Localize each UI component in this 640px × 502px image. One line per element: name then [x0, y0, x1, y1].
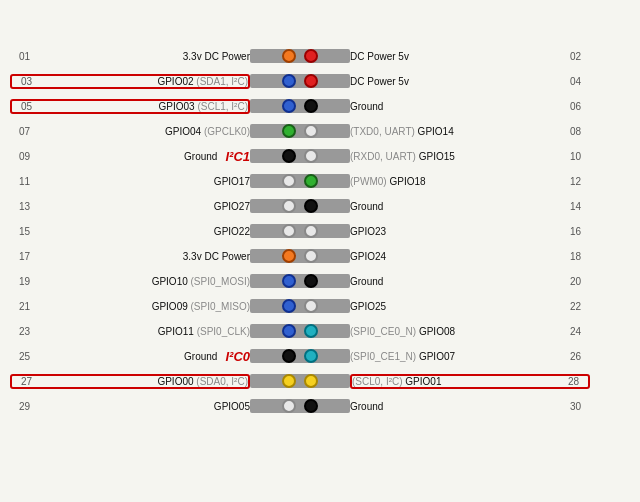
- right-pin-name: (SCL0, I²C) GPIO01: [352, 376, 564, 387]
- left-pin-name: GPIO09 (SPI0_MISO): [34, 301, 250, 312]
- i2c1-annotation: I²C1: [225, 149, 250, 164]
- left-pin-number: 03: [12, 76, 32, 87]
- left-pin-dot: [282, 399, 296, 413]
- right-pin-dot: [304, 49, 318, 63]
- right-pin-side: Ground14: [350, 201, 590, 212]
- pin-row: 15GPIO22GPIO2316: [10, 219, 630, 243]
- left-pin-name: GPIO27: [34, 201, 250, 212]
- pin-row: 23GPIO11 (SPI0_CLK)(SPI0_CE0_N) GPIO0824: [10, 319, 630, 343]
- right-pin-name: GPIO25: [350, 301, 566, 312]
- right-pin-name: (SPI0_CE1_N) GPIO07: [350, 351, 566, 362]
- connector-pair: [250, 49, 350, 63]
- right-pin-name: (PWM0) GPIO18: [350, 176, 566, 187]
- connector-pair: [250, 349, 350, 363]
- right-pin-number: 04: [570, 76, 590, 87]
- connector-pair: [250, 74, 350, 88]
- right-pin-dot: [304, 249, 318, 263]
- left-pin-name: GPIO17: [34, 176, 250, 187]
- right-pin-side: (SCL0, I²C) GPIO0128: [350, 374, 590, 389]
- left-pin-side: 21GPIO09 (SPI0_MISO): [10, 301, 250, 312]
- pin-row: 05GPIO03 (SCL1, I²C)Ground06: [10, 94, 630, 118]
- right-pin-side: DC Power 5v02: [350, 51, 590, 62]
- left-pin-dot: [282, 49, 296, 63]
- right-pin-name: (RXD0, UART) GPIO15: [350, 151, 566, 162]
- right-pin-side: GPIO2418: [350, 251, 590, 262]
- connector-pair: [250, 324, 350, 338]
- right-pin-number: 16: [570, 226, 590, 237]
- left-pin-dot: [282, 274, 296, 288]
- connector-pair: [250, 224, 350, 238]
- right-pin-side: GPIO2316: [350, 226, 590, 237]
- left-pin-name: 3.3v DC Power: [34, 251, 250, 262]
- left-pin-side: 05GPIO03 (SCL1, I²C): [10, 99, 250, 114]
- left-pin-number: 11: [10, 176, 30, 187]
- left-pin-dot: [282, 349, 296, 363]
- right-pin-dot: [304, 124, 318, 138]
- left-pin-side: 19GPIO10 (SPI0_MOSI): [10, 276, 250, 287]
- right-pin-number: 20: [570, 276, 590, 287]
- right-pin-number: 22: [570, 301, 590, 312]
- pin-row: 19GPIO10 (SPI0_MOSI)Ground20: [10, 269, 630, 293]
- right-pin-side: (RXD0, UART) GPIO1510: [350, 151, 590, 162]
- left-pin-number: 01: [10, 51, 30, 62]
- left-pin-side: 03GPIO02 (SDA1, I²C): [10, 74, 250, 89]
- left-pin-dot: [282, 249, 296, 263]
- left-pin-number: 21: [10, 301, 30, 312]
- left-pin-number: 27: [12, 376, 32, 387]
- left-pin-name: GPIO10 (SPI0_MOSI): [34, 276, 250, 287]
- right-pin-side: (TXD0, UART) GPIO1408: [350, 126, 590, 137]
- left-pin-side: 173.3v DC Power: [10, 251, 250, 262]
- left-pin-side: 27GPIO00 (SDA0, I²C): [10, 374, 250, 389]
- left-pin-name: Ground: [34, 151, 217, 162]
- right-pin-side: Ground30: [350, 401, 590, 412]
- left-pin-dot: [282, 199, 296, 213]
- right-pin-name: Ground: [350, 276, 566, 287]
- pin-row: 13GPIO27Ground14: [10, 194, 630, 218]
- left-pin-name: GPIO22: [34, 226, 250, 237]
- left-pin-name: 3.3v DC Power: [34, 51, 250, 62]
- left-pin-name: GPIO00 (SDA0, I²C): [36, 376, 248, 387]
- right-pin-name: DC Power 5v: [350, 76, 566, 87]
- left-pin-side: 25GroundI²C0: [10, 349, 250, 364]
- right-pin-dot: [304, 199, 318, 213]
- left-pin-number: 25: [10, 351, 30, 362]
- connector-pair: [250, 99, 350, 113]
- left-pin-number: 17: [10, 251, 30, 262]
- right-pin-number: 12: [570, 176, 590, 187]
- right-pin-number: 10: [570, 151, 590, 162]
- left-pin-number: 15: [10, 226, 30, 237]
- left-pin-dot: [282, 74, 296, 88]
- right-pin-side: (PWM0) GPIO1812: [350, 176, 590, 187]
- left-pin-side: 013.3v DC Power: [10, 51, 250, 62]
- connector-pair: [250, 174, 350, 188]
- right-pin-name: Ground: [350, 401, 566, 412]
- connector-pair: [250, 399, 350, 413]
- right-pin-side: GPIO2522: [350, 301, 590, 312]
- pin-rows-container: 013.3v DC PowerDC Power 5v0203GPIO02 (SD…: [10, 44, 630, 418]
- right-pin-dot: [304, 274, 318, 288]
- right-pin-side: (SPI0_CE1_N) GPIO0726: [350, 351, 590, 362]
- right-pin-side: Ground20: [350, 276, 590, 287]
- left-pin-dot: [282, 174, 296, 188]
- left-pin-number: 05: [12, 101, 32, 112]
- pin-row: 27GPIO00 (SDA0, I²C)(SCL0, I²C) GPIO0128: [10, 369, 630, 393]
- right-pin-name: Ground: [350, 101, 566, 112]
- pin-row: 09GroundI²C1(RXD0, UART) GPIO1510: [10, 144, 630, 168]
- right-pin-number: 28: [568, 376, 588, 387]
- right-pin-number: 24: [570, 326, 590, 337]
- right-pin-dot: [304, 299, 318, 313]
- left-pin-name: GPIO03 (SCL1, I²C): [36, 101, 248, 112]
- right-pin-dot: [304, 74, 318, 88]
- pin-row: 21GPIO09 (SPI0_MISO)GPIO2522: [10, 294, 630, 318]
- connector-pair: [250, 124, 350, 138]
- left-pin-side: 23GPIO11 (SPI0_CLK): [10, 326, 250, 337]
- right-pin-number: 26: [570, 351, 590, 362]
- right-pin-side: (SPI0_CE0_N) GPIO0824: [350, 326, 590, 337]
- right-pin-dot: [304, 149, 318, 163]
- left-pin-name: GPIO02 (SDA1, I²C): [36, 76, 248, 87]
- left-pin-dot: [282, 374, 296, 388]
- right-pin-dot: [304, 99, 318, 113]
- connector-pair: [250, 374, 350, 388]
- left-pin-name: GPIO05: [34, 401, 250, 412]
- pin-row: 25GroundI²C0(SPI0_CE1_N) GPIO0726: [10, 344, 630, 368]
